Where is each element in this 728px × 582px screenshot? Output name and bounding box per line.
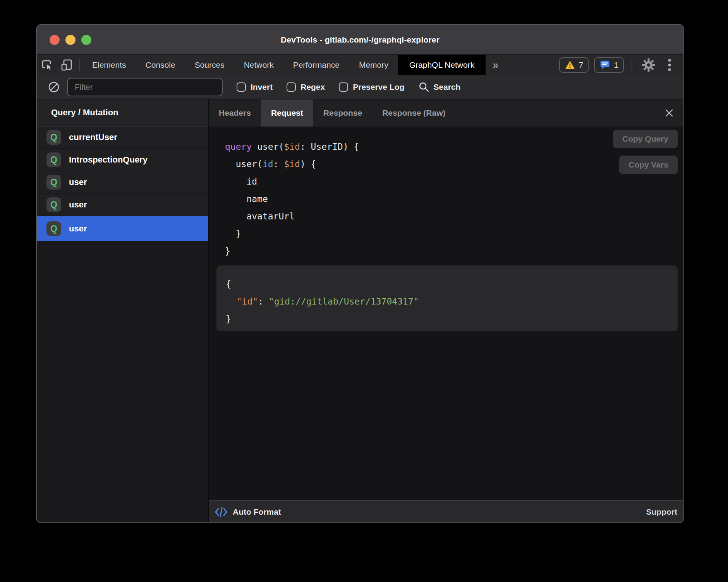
checkbox-preserve-log[interactable]: Preserve Log xyxy=(339,82,404,92)
more-options-button[interactable] xyxy=(663,58,676,72)
request-name: user xyxy=(69,224,87,234)
message-count: 1 xyxy=(614,60,618,70)
code-line: } xyxy=(225,225,683,243)
code-line: { xyxy=(226,276,678,293)
kebab-menu-icon xyxy=(668,58,671,72)
search-label: Search xyxy=(433,82,460,92)
search-toggle[interactable]: Search xyxy=(418,81,460,93)
tab-graphql-network[interactable]: GraphQL Network xyxy=(398,55,486,75)
filter-options: InvertRegexPreserve Log xyxy=(237,82,404,92)
detail-footer: Auto Format Support xyxy=(209,500,683,522)
inspect-cursor-icon xyxy=(40,58,53,72)
titlebar: DevTools - gitlab.com/-/graphql-explorer xyxy=(37,25,683,55)
checkbox-box[interactable] xyxy=(237,82,246,92)
request-name: IntrospectionQuery xyxy=(69,155,148,165)
devtools-window: DevTools - gitlab.com/-/graphql-explorer… xyxy=(36,24,684,523)
main-area: Query / Mutation QcurrentUserQIntrospect… xyxy=(37,99,683,522)
detail-tab-headers[interactable]: Headers xyxy=(209,99,261,127)
close-detail-button[interactable] xyxy=(663,106,676,120)
tab-performance[interactable]: Performance xyxy=(283,55,349,75)
code-line: avatarUrl xyxy=(225,208,683,225)
close-icon xyxy=(664,108,674,118)
request-name: user xyxy=(69,177,87,187)
checkbox-label: Preserve Log xyxy=(353,82,404,92)
checkbox-label: Invert xyxy=(251,82,273,92)
checkbox-label: Regex xyxy=(300,82,325,92)
request-list: QcurrentUserQIntrospectionQueryQuserQuse… xyxy=(37,127,208,522)
tab-console[interactable]: Console xyxy=(136,55,185,75)
auto-format-icon[interactable] xyxy=(214,506,228,518)
chat-bubble-icon xyxy=(599,60,610,70)
toggle-device-toolbar-button[interactable] xyxy=(57,55,77,75)
warning-count: 7 xyxy=(579,60,584,70)
more-tabs-button[interactable]: » xyxy=(486,55,505,75)
badge-separator xyxy=(632,59,632,71)
copy-vars-button[interactable]: Copy Vars xyxy=(619,156,678,174)
request-list-item[interactable]: QcurrentUser xyxy=(37,127,208,148)
request-list-item[interactable]: QIntrospectionQuery xyxy=(37,149,208,171)
query-type-badge: Q xyxy=(46,152,61,167)
request-list-panel: Query / Mutation QcurrentUserQIntrospect… xyxy=(37,99,209,522)
request-name: user xyxy=(69,200,87,210)
warning-icon xyxy=(565,60,575,70)
checkbox-regex[interactable]: Regex xyxy=(287,82,325,92)
query-type-badge: Q xyxy=(46,221,61,236)
issues-badge[interactable]: 1 xyxy=(594,57,624,73)
copy-query-button[interactable]: Copy Query xyxy=(613,130,678,148)
gear-icon xyxy=(641,57,656,73)
checkbox-box[interactable] xyxy=(339,82,348,92)
tab-elements[interactable]: Elements xyxy=(82,55,136,75)
tab-sources[interactable]: Sources xyxy=(185,55,234,75)
checkbox-box[interactable] xyxy=(287,82,296,92)
clear-filter-icon[interactable] xyxy=(48,81,60,93)
filter-bar: InvertRegexPreserve Log Search xyxy=(37,75,683,99)
filter-input[interactable] xyxy=(67,78,223,96)
graphql-query-code: query user($id: UserID) { user(id: $id) … xyxy=(209,127,683,260)
search-icon xyxy=(418,81,430,93)
warnings-badge[interactable]: 7 xyxy=(559,57,589,73)
tab-memory[interactable]: Memory xyxy=(349,55,398,75)
window-title: DevTools - gitlab.com/-/graphql-explorer xyxy=(37,25,683,55)
detail-tab-response[interactable]: Response xyxy=(313,99,372,127)
auto-format-button[interactable]: Auto Format xyxy=(233,507,281,517)
code-line: name xyxy=(225,190,683,208)
checkbox-invert[interactable]: Invert xyxy=(237,82,273,92)
devtools-toolbar: ElementsConsoleSourcesNetworkPerformance… xyxy=(37,55,683,75)
query-type-badge: Q xyxy=(46,197,61,212)
code-line: id xyxy=(225,173,683,190)
request-list-header: Query / Mutation xyxy=(37,99,208,127)
support-link[interactable]: Support xyxy=(646,507,677,517)
detail-tab-strip: HeadersRequestResponseResponse (Raw) xyxy=(209,99,683,127)
code-line: } xyxy=(225,243,683,260)
detail-tab-response-raw-[interactable]: Response (Raw) xyxy=(372,99,455,127)
request-name: currentUser xyxy=(69,132,117,142)
device-toolbar-icon xyxy=(60,58,74,72)
query-variables-box: { "id": "gid://gitlab/User/13704317"} xyxy=(216,265,678,331)
query-type-badge: Q xyxy=(46,130,61,145)
code-line: user(id: $id) { xyxy=(225,156,683,173)
settings-button[interactable] xyxy=(640,57,657,73)
query-type-badge: Q xyxy=(46,175,61,190)
request-tab-content: query user($id: UserID) { user(id: $id) … xyxy=(209,127,683,500)
code-line: "id": "gid://gitlab/User/13704317" xyxy=(226,293,678,310)
code-line: } xyxy=(226,310,678,328)
request-list-item[interactable]: Quser xyxy=(37,216,208,241)
request-list-item[interactable]: Quser xyxy=(37,194,208,216)
detail-panel: HeadersRequestResponseResponse (Raw) que… xyxy=(209,99,683,522)
panel-tab-strip: ElementsConsoleSourcesNetworkPerformance… xyxy=(82,55,486,75)
toolbar-separator xyxy=(79,59,80,71)
request-list-item[interactable]: Quser xyxy=(37,171,208,193)
tab-network[interactable]: Network xyxy=(234,55,283,75)
toolbar-right-controls: 7 1 xyxy=(559,55,683,75)
inspect-element-button[interactable] xyxy=(37,55,57,75)
detail-tab-request[interactable]: Request xyxy=(261,99,313,127)
